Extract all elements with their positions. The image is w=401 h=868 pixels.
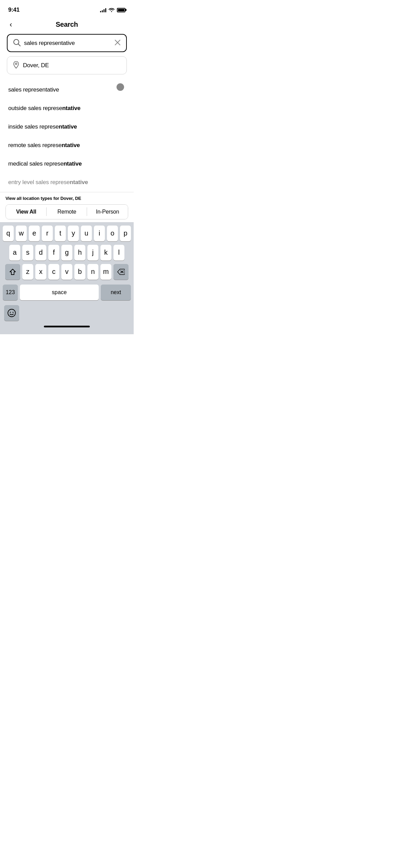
- location-pin-icon: [13, 61, 20, 70]
- suggestion-item[interactable]: remote sales representative: [0, 136, 134, 155]
- delete-key[interactable]: [113, 264, 129, 280]
- loading-indicator: [117, 83, 124, 91]
- keyboard-bottom-row: 123 space next: [1, 283, 132, 304]
- location-value: Dover, DE: [23, 62, 49, 69]
- emoji-key[interactable]: [4, 305, 19, 321]
- status-time: 9:41: [8, 7, 20, 13]
- header: ‹ Search: [0, 17, 134, 34]
- keyboard: q w e r t y u i o p a s d f g h j k l z …: [0, 222, 134, 323]
- search-input-wrapper[interactable]: [7, 34, 127, 52]
- key-j[interactable]: j: [87, 245, 98, 261]
- suggestion-item[interactable]: sales representative: [0, 81, 134, 99]
- next-key[interactable]: next: [101, 285, 131, 300]
- key-w[interactable]: w: [16, 226, 27, 241]
- key-z[interactable]: z: [22, 264, 33, 280]
- key-d[interactable]: d: [35, 245, 46, 261]
- key-y[interactable]: y: [68, 226, 79, 241]
- location-types-label: View all location types for Dover, DE: [5, 196, 128, 201]
- key-o[interactable]: o: [107, 226, 118, 241]
- key-u[interactable]: u: [81, 226, 92, 241]
- svg-point-0: [14, 39, 19, 45]
- key-f[interactable]: f: [48, 245, 59, 261]
- search-input[interactable]: [24, 40, 111, 47]
- key-r[interactable]: r: [42, 226, 53, 241]
- back-button[interactable]: ‹: [7, 20, 15, 30]
- key-t[interactable]: t: [55, 226, 66, 241]
- svg-line-1: [19, 44, 21, 46]
- key-c[interactable]: c: [48, 264, 59, 280]
- suggestion-item[interactable]: outside sales representative: [0, 99, 134, 118]
- key-v[interactable]: v: [61, 264, 72, 280]
- shift-key[interactable]: [5, 264, 20, 280]
- wifi-icon: [109, 8, 114, 13]
- tab-in-person[interactable]: In-Person: [87, 205, 128, 219]
- tab-view-all[interactable]: View All: [6, 205, 47, 219]
- key-q[interactable]: q: [3, 226, 14, 241]
- keyboard-row-2: a s d f g h j k l: [1, 245, 132, 261]
- key-x[interactable]: x: [35, 264, 46, 280]
- svg-point-8: [13, 312, 14, 313]
- location-types-bar: View all location types for Dover, DE Vi…: [0, 192, 134, 222]
- status-icons: [100, 8, 125, 13]
- home-bar: [44, 326, 90, 327]
- svg-point-7: [10, 312, 11, 313]
- key-i[interactable]: i: [94, 226, 105, 241]
- svg-point-6: [8, 309, 15, 317]
- page-title: Search: [56, 21, 78, 28]
- numbers-key[interactable]: 123: [3, 285, 18, 300]
- key-m[interactable]: m: [100, 264, 111, 280]
- search-icon: [13, 39, 21, 47]
- status-bar: 9:41: [0, 0, 134, 17]
- key-g[interactable]: g: [61, 245, 72, 261]
- space-key[interactable]: space: [20, 285, 99, 300]
- key-s[interactable]: s: [22, 245, 33, 261]
- tab-remote[interactable]: Remote: [47, 205, 87, 219]
- battery-icon: [117, 8, 125, 12]
- key-b[interactable]: b: [74, 264, 85, 280]
- location-type-tabs: View All Remote In-Person: [5, 204, 128, 219]
- key-h[interactable]: h: [74, 245, 85, 261]
- suggestion-item[interactable]: medical sales representative: [0, 155, 134, 173]
- key-e[interactable]: e: [29, 226, 40, 241]
- keyboard-row-3: z x c v b n m: [1, 264, 132, 280]
- suggestion-item[interactable]: inside sales representative: [0, 118, 134, 136]
- key-l[interactable]: l: [113, 245, 124, 261]
- signal-icon: [100, 8, 106, 12]
- suggestions-container: sales representative outside sales repre…: [0, 77, 134, 192]
- key-a[interactable]: a: [9, 245, 20, 261]
- home-indicator: [0, 323, 134, 334]
- key-n[interactable]: n: [87, 264, 98, 280]
- location-container: Dover, DE: [0, 56, 134, 77]
- search-container: [0, 34, 134, 56]
- clear-search-button[interactable]: [114, 39, 121, 47]
- suggestion-item[interactable]: entry level sales representative: [0, 173, 134, 192]
- location-input-wrapper[interactable]: Dover, DE: [7, 56, 127, 74]
- keyboard-row-1: q w e r t y u i o p: [1, 226, 132, 241]
- key-k[interactable]: k: [100, 245, 111, 261]
- key-p[interactable]: p: [120, 226, 131, 241]
